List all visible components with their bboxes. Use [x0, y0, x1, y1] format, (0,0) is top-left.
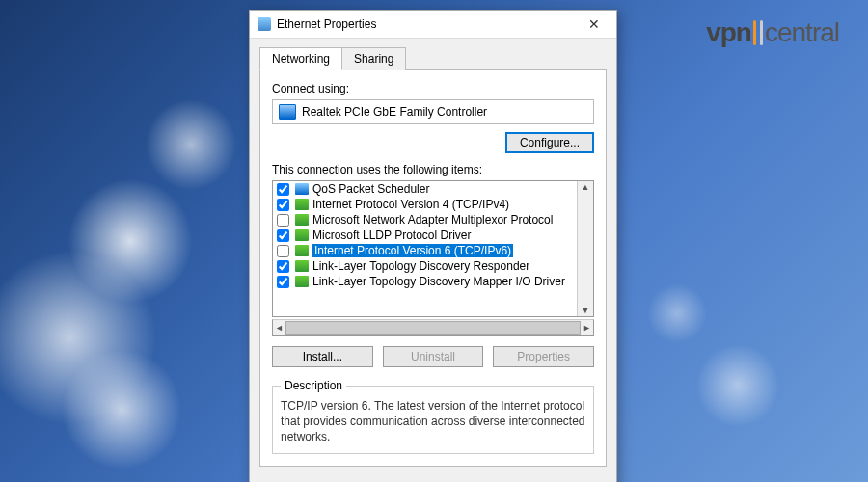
configure-button[interactable]: Configure...	[505, 132, 594, 153]
tab-strip: Networking Sharing	[259, 46, 607, 69]
scroll-right-icon[interactable]: ►	[583, 323, 591, 333]
item-label: Microsoft Network Adapter Multiplexor Pr…	[312, 213, 553, 227]
titlebar[interactable]: Ethernet Properties ✕	[250, 11, 616, 39]
tab-panel-networking: Connect using: Realtek PCIe GbE Family C…	[259, 69, 607, 467]
item-label: Internet Protocol Version 6 (TCP/IPv6)	[312, 244, 513, 257]
items-label: This connection uses the following items…	[272, 163, 594, 176]
item-checkbox[interactable]	[277, 183, 289, 196]
item-label: Internet Protocol Version 4 (TCP/IPv4)	[312, 198, 509, 211]
item-label: QoS Packet Scheduler	[312, 182, 429, 196]
protocol-icon	[295, 199, 309, 210]
scroll-up-icon[interactable]: ▲	[582, 181, 590, 193]
close-button[interactable]: ✕	[580, 16, 609, 32]
item-label: Link-Layer Topology Discovery Responder	[312, 259, 529, 273]
logo-bar-icon	[760, 20, 763, 45]
item-checkbox[interactable]	[277, 229, 289, 242]
description-group: Description TCP/IP version 6. The latest…	[272, 379, 594, 454]
brand-logo: vpncentral	[706, 17, 839, 48]
protocol-icon	[295, 183, 309, 195]
item-checkbox[interactable]	[277, 260, 289, 273]
description-text: TCP/IP version 6. The latest version of …	[281, 398, 585, 445]
protocol-icon	[295, 276, 309, 287]
logo-part1: vpn	[706, 17, 751, 47]
uninstall-button: Uninstall	[383, 346, 484, 367]
protocol-icon	[295, 245, 309, 256]
scroll-thumb[interactable]	[285, 321, 581, 335]
list-item[interactable]: Microsoft Network Adapter Multiplexor Pr…	[273, 212, 578, 228]
tab-sharing[interactable]: Sharing	[341, 47, 406, 70]
list-item[interactable]: Link-Layer Topology Discovery Responder	[273, 258, 578, 274]
scroll-left-icon[interactable]: ◄	[275, 323, 284, 333]
item-label: Microsoft LLDP Protocol Driver	[312, 228, 472, 242]
list-item[interactable]: QoS Packet Scheduler	[273, 181, 578, 197]
list-item[interactable]: Link-Layer Topology Discovery Mapper I/O…	[273, 274, 578, 289]
item-checkbox[interactable]	[277, 214, 289, 227]
properties-button: Properties	[493, 346, 594, 367]
horizontal-scrollbar[interactable]: ◄ ►	[272, 319, 594, 336]
network-adapter-icon	[258, 17, 271, 31]
item-checkbox[interactable]	[277, 245, 289, 257]
logo-part2: central	[765, 17, 839, 47]
item-checkbox[interactable]	[277, 276, 289, 288]
item-label: Link-Layer Topology Discovery Mapper I/O…	[312, 275, 565, 288]
install-button[interactable]: Install...	[272, 346, 373, 367]
protocol-icon	[295, 214, 309, 226]
dialog-footer: OK Cancel	[250, 476, 616, 482]
list-item[interactable]: Microsoft LLDP Protocol Driver	[273, 228, 578, 243]
connection-items-list[interactable]: QoS Packet SchedulerInternet Protocol Ve…	[272, 180, 594, 317]
ethernet-properties-dialog: Ethernet Properties ✕ Networking Sharing…	[249, 10, 617, 482]
vertical-scrollbar[interactable]: ▲ ▼	[577, 181, 593, 316]
connect-using-label: Connect using:	[272, 82, 594, 95]
list-item[interactable]: Internet Protocol Version 4 (TCP/IPv4)	[273, 197, 578, 212]
dialog-title: Ethernet Properties	[277, 17, 580, 31]
adapter-name: Realtek PCIe GbE Family Controller	[302, 105, 487, 119]
item-checkbox[interactable]	[277, 199, 289, 211]
list-item[interactable]: Internet Protocol Version 6 (TCP/IPv6)	[273, 243, 578, 258]
adapter-field: Realtek PCIe GbE Family Controller	[272, 99, 594, 124]
tab-networking[interactable]: Networking	[259, 47, 342, 70]
description-legend: Description	[281, 379, 346, 392]
scroll-down-icon[interactable]: ▼	[582, 305, 590, 316]
protocol-icon	[295, 229, 309, 241]
protocol-icon	[295, 260, 309, 272]
logo-bar-icon	[753, 20, 756, 45]
adapter-icon	[279, 104, 296, 120]
